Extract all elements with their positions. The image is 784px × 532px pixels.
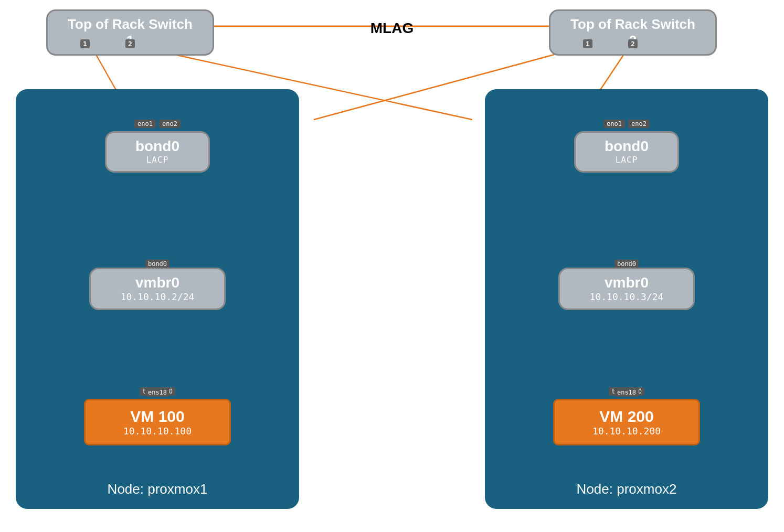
node2-vm-ip: 10.10.10.200 (555, 425, 698, 437)
node1-lacp-label: LACP (107, 155, 208, 165)
node2-ens18: ens18 (615, 388, 639, 397)
node2-vmbr-box: vmbr0 10.10.10.3/24 (558, 268, 695, 310)
node2-bond-box: bond0 LACP (574, 131, 679, 173)
switch1-port2: 2 (125, 39, 135, 48)
node2-vm-box: VM 200 10.10.10.200 (553, 399, 700, 445)
switch2-port1: 1 (583, 39, 592, 48)
node1-vmbr-box: vmbr0 10.10.10.2/24 (89, 268, 226, 310)
node1-vm-name: VM 100 (86, 408, 229, 425)
switch2-port2: 2 (628, 39, 638, 48)
node1-vm-box: VM 100 10.10.10.100 (84, 399, 231, 445)
node1-ens18: ens18 (145, 388, 169, 397)
node2-vmbr-name: vmbr0 (560, 274, 693, 291)
node1-eno1-badge: eno1 (134, 120, 156, 128)
node2-vm-name: VM 200 (555, 408, 698, 425)
node1-container: eno1 eno2 bond0 LACP bond0 vmbr0 10.10.1… (16, 89, 299, 509)
mlag-label: MLAG (370, 20, 414, 37)
node1-label: Node: proxmox1 (16, 481, 299, 497)
node1-vmbr-name: vmbr0 (91, 274, 224, 291)
node1-eno2-badge: eno2 (159, 120, 181, 128)
node1-vm-ip: 10.10.10.100 (86, 425, 229, 437)
node2-label: Node: proxmox2 (485, 481, 768, 497)
node2-eno-pair: eno1 eno2 (603, 120, 650, 128)
switch2-box: Top of Rack Switch 2 1 2 (549, 9, 717, 56)
node1-bond-iface: bond0 (145, 260, 169, 268)
node2-eno2-badge: eno2 (628, 120, 650, 128)
node2-container: eno1 eno2 bond0 LACP bond0 vmbr0 10.10.1… (485, 89, 768, 509)
node1-bond-box: bond0 LACP (105, 131, 210, 173)
node2-bond-iface: bond0 (615, 260, 639, 268)
switch1-port1: 1 (80, 39, 90, 48)
node1-vmbr-ip: 10.10.10.2/24 (91, 291, 224, 302)
node2-lacp-label: LACP (576, 155, 677, 165)
node2-bond-name: bond0 (576, 138, 677, 155)
diagram: MLAG Top of Rack Switch 1 1 2 Top of Rac… (0, 0, 784, 532)
node2-eno1-badge: eno1 (603, 120, 625, 128)
switch1-box: Top of Rack Switch 1 1 2 (46, 9, 214, 56)
node1-eno-pair: eno1 eno2 (134, 120, 181, 128)
node1-bond-name: bond0 (107, 138, 208, 155)
node2-vmbr-ip: 10.10.10.3/24 (560, 291, 693, 302)
